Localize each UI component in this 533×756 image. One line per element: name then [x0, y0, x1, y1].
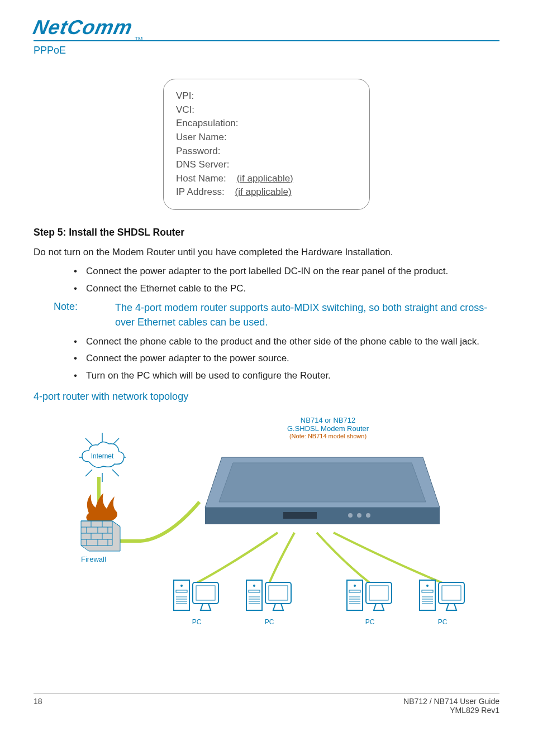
- note-text: The 4-port modem router supports auto-MD…: [115, 301, 499, 329]
- firewall-label: Firewall: [81, 555, 106, 563]
- callout-encapsulation: Encapsulation:: [176, 117, 357, 131]
- footer-page-number: 18: [34, 697, 42, 715]
- callout-dns: DNS Server:: [176, 158, 357, 172]
- svg-marker-29: [219, 463, 426, 502]
- topology-heading: 4-port router with network topology: [34, 391, 499, 403]
- isp-info-callout: VPI: VCI: Encapsulation: User Name: Pass…: [163, 79, 370, 210]
- svg-point-35: [180, 585, 183, 587]
- svg-line-5: [85, 470, 92, 476]
- step5-bullets-b: Connect the phone cable to the product a…: [34, 335, 499, 383]
- svg-point-53: [354, 585, 356, 587]
- brand-name: NetComm: [31, 16, 135, 39]
- callout-password: Password:: [176, 145, 357, 159]
- pc-label: PC: [345, 618, 395, 626]
- pc-label: PC: [244, 618, 294, 626]
- pc-icon-1: PC: [172, 578, 222, 626]
- pc-label: PC: [417, 618, 468, 626]
- list-item: Turn on the PC which will be used to con…: [74, 369, 499, 383]
- footer-doc-title: NB712 / NB714 User Guide: [403, 697, 499, 706]
- callout-ip-label: IP Address:: [176, 186, 225, 197]
- svg-point-32: [357, 513, 361, 518]
- pc-icon-4: PC: [417, 578, 468, 626]
- callout-hostname-suffix: (if applicable): [237, 173, 293, 184]
- footer-rev: YML829 Rev1: [403, 706, 499, 715]
- callout-hostname-label: Host Name:: [176, 173, 226, 184]
- brand-logo: NetComm TM: [34, 16, 499, 39]
- list-item: Connect the phone cable to the product a…: [74, 335, 499, 349]
- trademark-symbol: TM: [135, 36, 142, 42]
- svg-point-33: [366, 513, 370, 518]
- callout-ip-suffix: (if applicable): [235, 186, 292, 197]
- modem-label-line3: (Note: NB714 model shown): [266, 433, 389, 439]
- callout-vpi: VPI:: [176, 89, 357, 103]
- step5-intro: Do not turn on the Modem Router until yo…: [34, 246, 499, 259]
- modem-label-line2: G.SHDSL Modem Router: [266, 424, 389, 433]
- svg-point-31: [348, 513, 353, 518]
- callout-vci: VCI:: [176, 103, 357, 117]
- footer-rule: [34, 693, 499, 693]
- section-title: PPPoE: [34, 45, 499, 56]
- pc-icon-3: PC: [345, 578, 395, 626]
- svg-marker-9: [81, 521, 120, 551]
- internet-label: Internet: [91, 452, 114, 460]
- svg-rect-30: [283, 512, 317, 519]
- svg-point-62: [426, 585, 429, 587]
- step5-bullets-a: Connect the power adapter to the port la…: [34, 265, 499, 295]
- callout-ip: IP Address: (if applicable): [176, 185, 357, 199]
- step5-heading: Step 5: Install the SHDSL Router: [34, 227, 499, 238]
- header-rule: [34, 40, 499, 41]
- list-item: Connect the power adapter to the power s…: [74, 352, 499, 366]
- callout-hostname: Host Name: (if applicable): [176, 172, 357, 186]
- svg-line-6: [112, 470, 119, 476]
- note-label: Note:: [54, 301, 115, 329]
- list-item: Connect the power adapter to the port la…: [74, 265, 499, 279]
- firewall-icon: [78, 491, 128, 558]
- internet-cloud-icon: Internet: [74, 429, 130, 485]
- modem-label-line1: NB714 or NB712: [266, 416, 389, 424]
- list-item: Connect the Ethernet cable to the PC.: [74, 282, 499, 296]
- page-footer: 18 NB712 / NB714 User Guide YML829 Rev1: [34, 693, 499, 715]
- svg-line-2: [85, 438, 92, 445]
- pc-label: PC: [172, 618, 222, 626]
- svg-marker-28: [205, 508, 440, 524]
- modem-label-block: NB714 or NB712 G.SHDSL Modem Router (Not…: [266, 416, 389, 439]
- svg-point-44: [253, 585, 255, 587]
- callout-username: User Name:: [176, 131, 357, 145]
- note-row: Note: The 4-port modem router supports a…: [34, 301, 499, 329]
- network-topology-diagram: Internet: [54, 413, 479, 642]
- pc-icon-2: PC: [244, 578, 294, 626]
- modem-router-icon: [199, 446, 445, 541]
